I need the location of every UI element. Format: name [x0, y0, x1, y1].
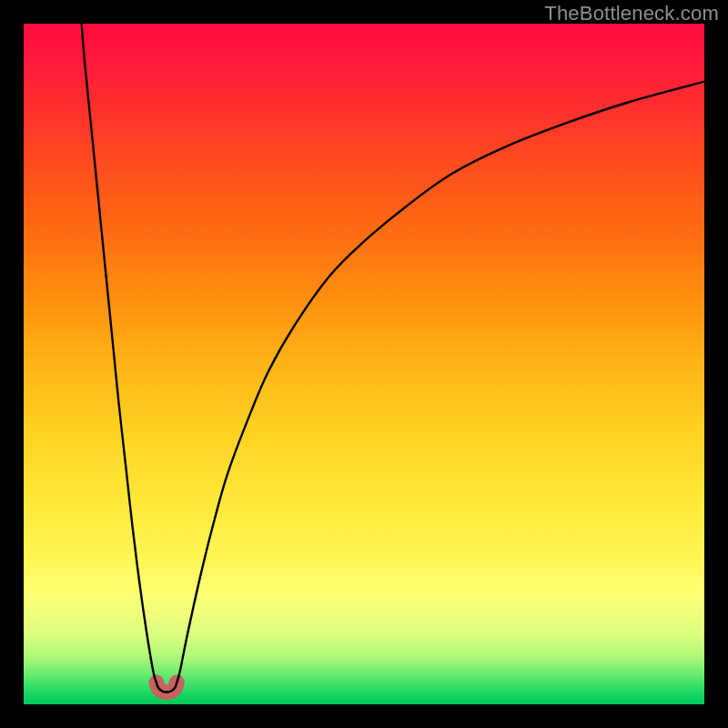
gradient-background [24, 24, 704, 704]
plot-area [24, 24, 704, 704]
chart-svg [24, 24, 704, 704]
chart-frame: TheBottleneck.com [0, 0, 728, 728]
watermark-label: TheBottleneck.com [544, 2, 719, 25]
